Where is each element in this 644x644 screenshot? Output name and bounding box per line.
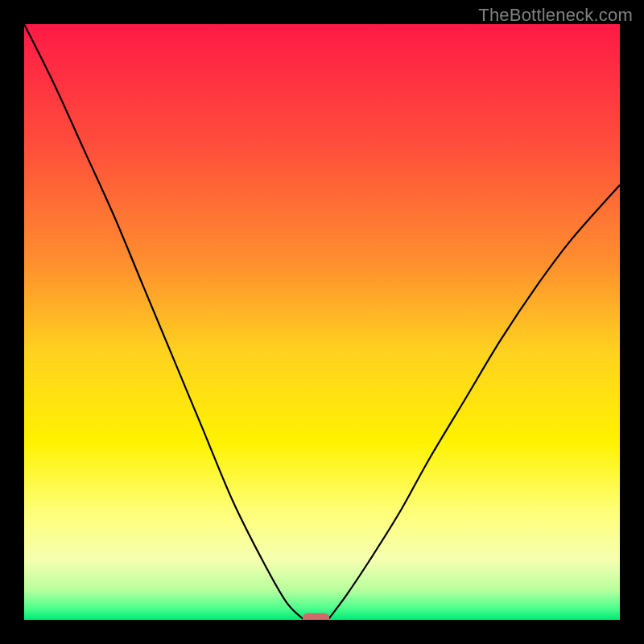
watermark-text: TheBottleneck.com [478,5,633,26]
bottleneck-marker [303,613,329,620]
chart-stage: TheBottleneck.com [0,0,644,644]
gradient-background [24,24,620,620]
plot-area [24,24,620,620]
chart-svg [24,24,620,620]
